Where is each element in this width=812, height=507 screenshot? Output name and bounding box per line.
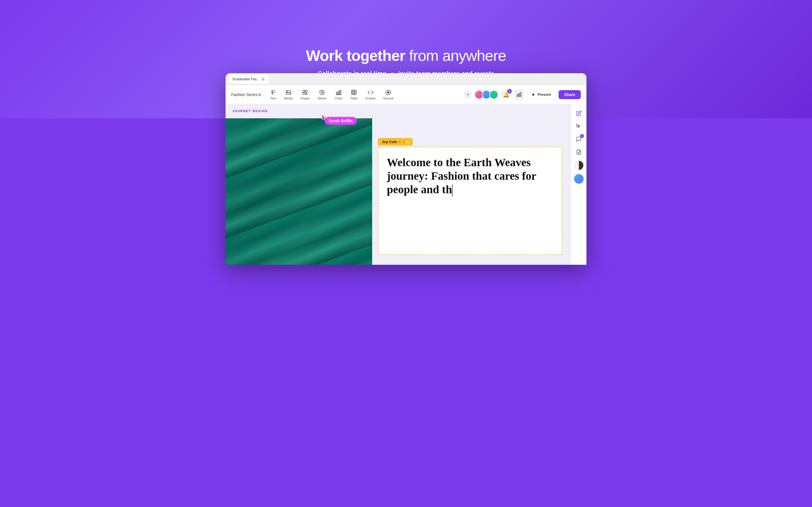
canvas-area[interactable]: JOURNEY BEGINS Sarah Griffin Joy bbox=[225, 104, 406, 253]
svg-rect-8 bbox=[338, 91, 339, 95]
media-label: Media bbox=[284, 97, 293, 100]
shape-label: Shape bbox=[301, 97, 310, 100]
joy-dot-2 bbox=[403, 141, 405, 143]
tool-sticker[interactable]: Sticker bbox=[314, 87, 331, 102]
slide-text-content: Welcome to the Earth Weaves journey: Fas… bbox=[387, 156, 406, 196]
embed-icon bbox=[367, 89, 373, 96]
toolbar: Fashion Series A Text Media bbox=[225, 85, 406, 104]
chart-icon bbox=[336, 89, 342, 96]
doc-title: Fashion Series A bbox=[231, 93, 261, 97]
toolbar-tools: Text Media Shape bbox=[267, 87, 406, 102]
tool-chart[interactable]: Chart bbox=[331, 87, 346, 102]
text-icon bbox=[270, 89, 276, 96]
shape-icon bbox=[302, 89, 308, 96]
text-label: Text bbox=[270, 97, 276, 100]
tool-text[interactable]: Text bbox=[267, 87, 280, 102]
joy-user-label: Joy Cole bbox=[378, 138, 406, 146]
cursor-username: Sarah Griffin bbox=[325, 117, 357, 125]
joy-username: Joy Cole bbox=[382, 140, 397, 144]
hero-title: Work together from anywhere bbox=[306, 47, 406, 64]
main-content: JOURNEY BEGINS Sarah Griffin Joy bbox=[225, 104, 406, 253]
slide-label: JOURNEY BEGINS bbox=[232, 109, 268, 113]
svg-rect-4 bbox=[303, 93, 305, 94]
sticker-icon bbox=[319, 89, 325, 96]
svg-point-17 bbox=[387, 91, 389, 93]
fabric-image bbox=[225, 118, 372, 253]
svg-rect-9 bbox=[340, 90, 341, 95]
svg-rect-11 bbox=[352, 90, 356, 95]
tool-shape[interactable]: Shape bbox=[297, 87, 313, 102]
tool-table[interactable]: Table bbox=[347, 87, 361, 102]
record-icon bbox=[385, 89, 391, 96]
tool-record[interactable]: Record bbox=[380, 87, 396, 102]
table-icon bbox=[351, 89, 357, 96]
table-label: Table bbox=[350, 97, 357, 100]
tab-close-button[interactable]: × bbox=[261, 77, 265, 81]
tool-media[interactable]: Media bbox=[281, 87, 296, 102]
joy-cole-textbox[interactable]: Joy Cole Welcome to the Earth Weaves jou… bbox=[378, 138, 406, 253]
svg-rect-7 bbox=[336, 93, 337, 95]
embed-label: Embed bbox=[365, 97, 375, 100]
svg-point-6 bbox=[321, 92, 323, 93]
browser-tab[interactable]: Sustainable Fas... × bbox=[229, 75, 268, 83]
app-window: Sustainable Fas... × Fashion Series A Te… bbox=[225, 73, 406, 253]
svg-point-3 bbox=[305, 90, 307, 92]
record-label: Record bbox=[383, 97, 393, 100]
browser-bar: Sustainable Fas... × bbox=[225, 73, 406, 85]
sticker-label: Sticker bbox=[317, 97, 327, 100]
media-icon bbox=[285, 89, 292, 96]
text-editing-box[interactable]: Welcome to the Earth Weaves journey: Fas… bbox=[378, 147, 406, 253]
svg-rect-2 bbox=[303, 90, 305, 92]
chart-label: Chart bbox=[335, 97, 342, 100]
tool-embed[interactable]: Embed bbox=[362, 87, 378, 102]
tab-label: Sustainable Fas... bbox=[232, 77, 259, 81]
joy-dot-1 bbox=[399, 141, 401, 143]
